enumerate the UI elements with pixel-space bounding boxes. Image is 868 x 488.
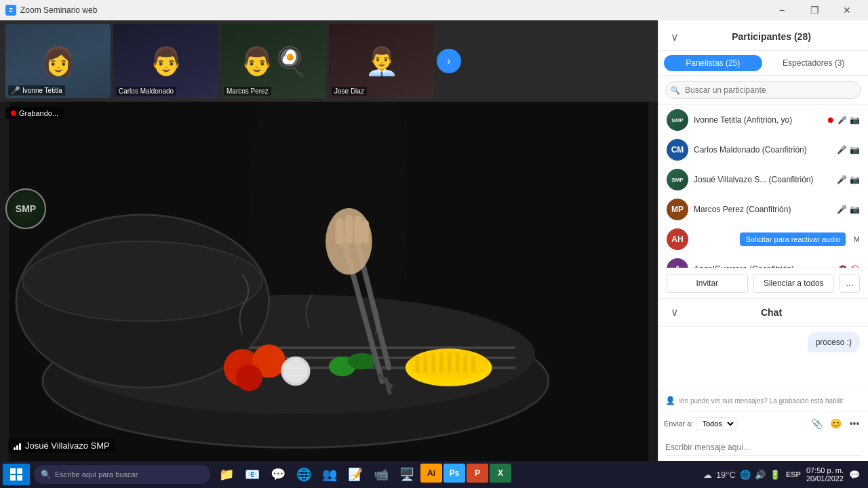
panel-actions: Invitar Silenciar a todos ... [658, 268, 868, 299]
svg-rect-31 [336, 218, 344, 245]
participants-title: Participantes (28) [683, 31, 860, 42]
network-icon[interactable]: 🌐 [740, 470, 751, 480]
title-bar-left: Z Zoom Seminario web [5, 5, 97, 16]
participants-strip: 👩 🎤 Ivonne Tetitla 👨 Carlos Maldonado 👨🍳… [0, 20, 658, 102]
list-item: CM Carlos Maldonado (Coanfitrión) 🎤 📷 [658, 135, 868, 165]
svg-rect-38 [17, 475, 22, 481]
thumb-marcos[interactable]: 👨🍳 Marcos Perez [221, 24, 326, 98]
taskbar: 🔍 Escribe aquí para buscar 📁 📧 💬 🌐 👥 📝 📹… [0, 461, 868, 488]
mic-icon: 🎤 [837, 145, 847, 155]
presenter-name-overlay: Josué Villalvazo SMP [8, 439, 115, 453]
invite-button[interactable]: Invitar [667, 274, 748, 293]
svg-rect-35 [10, 468, 16, 474]
request-audio-button[interactable]: Solicitar para reactivar audio [740, 232, 845, 246]
taskbar-app-teams[interactable]: 👥 [317, 464, 342, 485]
info-josue: Josué Villalvazo S... (Coanfitrión) [694, 175, 831, 184]
more-options-icon[interactable]: M [854, 235, 860, 243]
maximize-button[interactable]: ❐ [799, 0, 830, 20]
attachment-button[interactable]: 📎 [808, 415, 825, 432]
video-icon: 📷 [850, 205, 860, 214]
mic-icon: 🎤 [837, 205, 847, 214]
cloud-icon[interactable]: ☁ [703, 470, 712, 480]
name-josue: Josué Villalvazo S... (Coanfitrión) [694, 175, 831, 184]
taskbar-app-chrome[interactable]: 🌐 [292, 464, 316, 485]
list-item: SMP Josué Villalvazo S... (Coanfitrión) … [658, 165, 868, 195]
recording-icon: ⏺ [827, 115, 835, 125]
search-wrap [665, 81, 861, 99]
mute-all-button[interactable]: Silenciar a todos [753, 274, 835, 293]
video-icon: 📷 [850, 175, 860, 184]
svg-rect-36 [17, 468, 22, 474]
mic-icon: 🎤 [837, 175, 847, 184]
next-participants-button[interactable]: › [437, 49, 461, 73]
svg-point-11 [236, 365, 262, 391]
chat-header: ∨ Chat [658, 299, 868, 327]
taskbar-sys-icons: ☁ 19°C 🌐 🔊 🔋 [703, 470, 781, 480]
collapse-participants-button[interactable]: ∨ [667, 28, 683, 45]
send-to-label: Enviar a: [664, 420, 693, 428]
recording-badge: Grabando... [5, 107, 64, 119]
taskbar-app-excel[interactable]: X [490, 464, 511, 483]
chat-input-row [658, 436, 868, 461]
chat-bubble: proceso :) [808, 332, 860, 352]
thumb-ivonne[interactable]: 👩 🎤 Ivonne Tetitla [5, 24, 111, 98]
chat-input[interactable] [665, 440, 861, 455]
thumb-carlos[interactable]: 👨 Carlos Maldonado [113, 24, 218, 98]
info-ivonne: Ivonne Tetitla (Anfitrión, yo) [694, 115, 821, 125]
avatar-ah: AH [667, 228, 688, 250]
chat-send-row: Enviar a: Todos 📎 😊 ••• [658, 411, 868, 436]
list-item: MP Marcos Perez (Coanfitrión) 🎤 📷 [658, 195, 868, 224]
tab-spectators[interactable]: Espectadores (3) [765, 55, 863, 71]
minimize-button[interactable]: − [766, 0, 797, 20]
icons-marcos: 🎤 📷 [837, 205, 860, 214]
signal-bars [14, 442, 21, 450]
recording-label: Grabando... [19, 109, 58, 117]
taskbar-app-photoshop[interactable]: Ps [443, 464, 465, 483]
svg-rect-19 [423, 354, 427, 373]
participants-list: SMP Ivonne Tetitla (Anfitrión, yo) ⏺ 🎤 📷… [658, 105, 868, 268]
mic-muted-icon: 🔇 [838, 265, 848, 268]
smp-logo: SMP [5, 188, 46, 229]
taskbar-app-whatsapp[interactable]: 💬 [266, 464, 290, 485]
speaker-icon[interactable]: 🔊 [755, 470, 766, 480]
taskbar-app-zoom[interactable]: 📹 [369, 464, 393, 485]
clock-time: 07:50 p. m. [806, 466, 844, 474]
close-button[interactable]: ✕ [831, 0, 863, 20]
tab-panelists[interactable]: Panelistas (25) [664, 55, 762, 71]
signal-bar-1 [14, 447, 16, 450]
video-muted-icon: 🚫 [850, 265, 860, 268]
thumb-jose[interactable]: 👨‍💼 Jose Diaz [329, 24, 434, 98]
chat-title: Chat [683, 307, 860, 318]
window-title: Zoom Seminario web [20, 5, 97, 15]
main-area: 👩 🎤 Ivonne Tetitla 👨 Carlos Maldonado 👨🍳… [0, 20, 868, 461]
taskbar-app-8[interactable]: 🖥️ [395, 464, 419, 485]
participants-header: ∨ Participantes (28) [658, 20, 868, 51]
battery-icon[interactable]: 🔋 [770, 470, 781, 480]
svg-rect-22 [448, 352, 452, 372]
notification-icon[interactable]: 💬 [849, 470, 860, 480]
mic-muted-icon: 🎤 [837, 116, 847, 125]
clock-date: 20/01/2022 [806, 474, 844, 483]
taskbar-app-powerpoint[interactable]: P [467, 464, 488, 483]
window-controls: − ❐ ✕ [766, 0, 863, 20]
collapse-chat-button[interactable]: ∨ [667, 304, 683, 321]
main-video: Grabando... SMP [0, 102, 658, 461]
taskbar-app-explorer[interactable]: 📁 [214, 464, 239, 485]
search-participant-input[interactable] [665, 81, 861, 99]
thumb-jose-name: Jose Diaz [332, 87, 367, 96]
taskbar-app-illustrator[interactable]: Ai [420, 464, 442, 483]
start-button[interactable] [3, 464, 30, 485]
more-actions-button[interactable]: ... [840, 274, 860, 293]
chat-notification-text: 👤 ién puede ver sus mensajes? La grabaci… [665, 393, 861, 408]
send-to-select[interactable]: Todos [696, 417, 736, 430]
more-chat-button[interactable]: ••• [846, 415, 863, 432]
signal-bar-2 [16, 445, 18, 450]
taskbar-app-outlook[interactable]: 📧 [240, 464, 264, 485]
taskbar-search[interactable]: 🔍 Escribe aquí para buscar [34, 465, 210, 484]
windows-icon [9, 468, 23, 481]
emoji-button[interactable]: 😊 [827, 415, 844, 432]
signal-bar-3 [19, 443, 21, 450]
icons-ivonne: ⏺ 🎤 📷 [827, 115, 860, 125]
svg-point-8 [23, 241, 262, 321]
taskbar-app-sticky[interactable]: 📝 [343, 464, 368, 485]
